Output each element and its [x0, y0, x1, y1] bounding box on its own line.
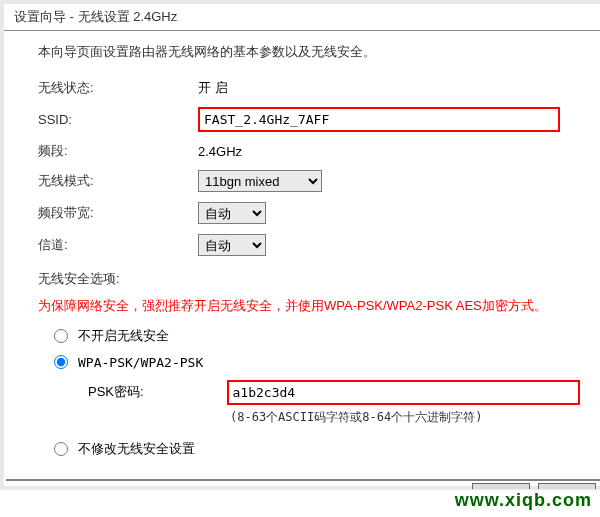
psk-hint: (8-63个ASCII码字符或8-64个十六进制字符) [230, 409, 580, 426]
status-value: 开 启 [198, 79, 580, 97]
divider [6, 479, 600, 481]
ssid-label: SSID: [38, 112, 198, 127]
ssid-input[interactable] [204, 112, 554, 127]
psk-highlight [227, 380, 580, 405]
channel-select[interactable]: 自动 [198, 234, 266, 256]
radio-nomod[interactable] [54, 442, 68, 456]
band-label: 频段: [38, 142, 198, 160]
bandwidth-select[interactable]: 自动 [198, 202, 266, 224]
radio-off-label: 不开启无线安全 [78, 327, 169, 345]
bandwidth-label: 频段带宽: [38, 204, 198, 222]
channel-label: 信道: [38, 236, 198, 254]
security-title: 无线安全选项: [38, 270, 580, 288]
security-warning: 为保障网络安全，强烈推荐开启无线安全，并使用WPA-PSK/WPA2-PSK A… [38, 296, 580, 317]
radio-wpa[interactable] [54, 355, 68, 369]
ssid-highlight [198, 107, 560, 132]
band-value: 2.4GHz [198, 144, 580, 159]
footer-buttons [472, 483, 596, 489]
intro-text: 本向导页面设置路由器无线网络的基本参数以及无线安全。 [38, 43, 580, 61]
radio-off[interactable] [54, 329, 68, 343]
title-bar: 设置向导 - 无线设置 2.4GHz [4, 4, 600, 31]
psk-label: PSK密码: [88, 383, 227, 401]
mode-select[interactable]: 11bgn mixed [198, 170, 322, 192]
mode-label: 无线模式: [38, 172, 198, 190]
next-button[interactable] [538, 483, 596, 489]
page-title: 设置向导 - 无线设置 2.4GHz [14, 9, 177, 24]
prev-button[interactable] [472, 483, 530, 489]
psk-input[interactable] [233, 385, 574, 400]
status-label: 无线状态: [38, 79, 198, 97]
radio-nomod-label: 不修改无线安全设置 [78, 440, 195, 458]
watermark: www.xiqb.com [455, 490, 592, 511]
radio-wpa-label: WPA-PSK/WPA2-PSK [78, 355, 203, 370]
